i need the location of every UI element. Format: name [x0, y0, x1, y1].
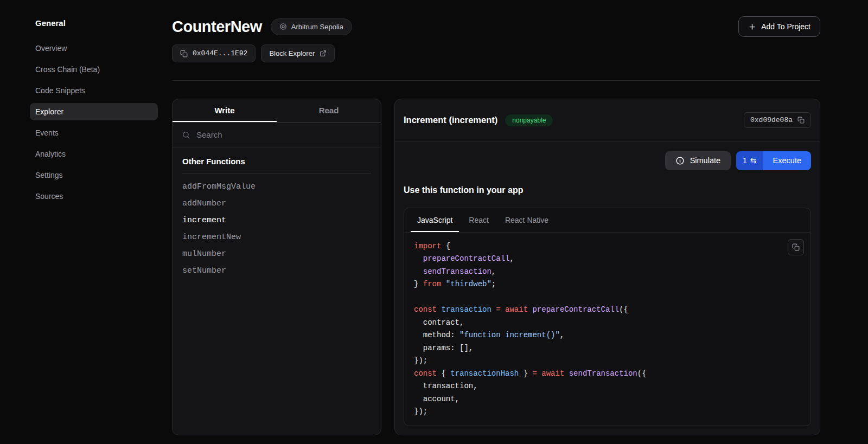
sidebar-nav: OverviewCross Chain (Beta)Code SnippetsE… — [0, 40, 158, 205]
code-line: import { — [414, 240, 801, 253]
function-item-setnumber[interactable]: setNumber — [182, 262, 371, 279]
function-item-increment[interactable]: increment — [182, 212, 371, 229]
tab-write[interactable]: Write — [173, 99, 277, 122]
code-tab-javascript[interactable]: JavaScript — [411, 208, 459, 232]
function-section-title: Other Functions — [182, 157, 371, 173]
code-line: const { transactionHash } = await sendTr… — [414, 368, 801, 381]
function-tabs: WriteRead — [173, 99, 381, 123]
function-item-addnumber[interactable]: addNumber — [182, 195, 371, 212]
function-list-wrap: Other Functions addFromMsgValueaddNumber… — [173, 147, 381, 288]
title-group: CounterNew Arbitrum Sepolia — [172, 18, 352, 36]
simulate-label: Simulate — [690, 156, 720, 165]
header-row: CounterNew Arbitrum Sepolia Add To Proje… — [172, 16, 820, 37]
code-line: account, — [414, 393, 801, 406]
panels-row: WriteRead Other Functions addFromMsgValu… — [172, 99, 820, 435]
sidebar-item-cross-chain-beta[interactable]: Cross Chain (Beta) — [30, 61, 158, 78]
code-line: method: "function increment()", — [414, 329, 801, 342]
sidebar-item-explorer[interactable]: Explorer — [30, 103, 158, 120]
external-link-icon — [320, 50, 327, 57]
address-row: 0x044E...1E92 Block Explorer — [172, 44, 820, 62]
tab-read[interactable]: Read — [277, 99, 381, 122]
function-item-addfrommsgvalue[interactable]: addFromMsgValue — [182, 178, 371, 195]
sidebar-heading: General — [35, 18, 158, 28]
simulate-button[interactable]: Simulate — [665, 151, 731, 170]
block-explorer-label: Block Explorer — [269, 49, 315, 57]
function-list: addFromMsgValueaddNumberincrementincreme… — [182, 178, 371, 279]
block-explorer-button[interactable]: Block Explorer — [261, 44, 335, 62]
function-detail-panel: Increment (increment) nonpayable 0xd09de… — [394, 99, 820, 435]
code-line: sendTransaction, — [414, 266, 801, 279]
function-item-mulnumber[interactable]: mulNumber — [182, 246, 371, 262]
sidebar-item-sources[interactable]: Sources — [30, 188, 158, 205]
code-card: JavaScriptReactReact Native import { pre… — [404, 208, 811, 426]
controls-row: Simulate 1 ⇆ Execute — [395, 141, 820, 170]
code-tab-react-native[interactable]: React Native — [499, 208, 555, 232]
swap-icon: ⇆ — [750, 156, 757, 165]
selector-copy-button[interactable]: 0xd09de08a — [744, 112, 811, 128]
sidebar-item-overview[interactable]: Overview — [30, 40, 158, 57]
plus-icon — [748, 23, 756, 31]
copy-icon — [797, 117, 805, 124]
sidebar-item-events[interactable]: Events — [30, 124, 158, 141]
execute-split-button: 1 ⇆ Execute — [736, 151, 811, 170]
search-input[interactable] — [196, 130, 372, 139]
mutability-badge: nonpayable — [505, 114, 553, 126]
contract-address: 0x044E...1E92 — [193, 49, 247, 57]
usage-heading: Use this function in your app — [404, 185, 811, 195]
copy-icon — [180, 50, 188, 57]
execute-count: 1 — [743, 156, 747, 165]
code-tab-react[interactable]: React — [462, 208, 495, 232]
network-badge-label: Arbitrum Sepolia — [291, 23, 343, 31]
sidebar-item-code-snippets[interactable]: Code Snippets — [30, 82, 158, 99]
main-content: CounterNew Arbitrum Sepolia Add To Proje… — [158, 0, 868, 444]
execute-count-button[interactable]: 1 ⇆ — [736, 151, 763, 170]
code-line: } from "thirdweb"; — [414, 278, 801, 291]
code-line — [414, 291, 801, 304]
code-tabs: JavaScriptReactReact Native — [404, 208, 810, 233]
function-title: Increment (increment) — [404, 115, 497, 125]
functions-panel: WriteRead Other Functions addFromMsgValu… — [172, 99, 381, 435]
code-copy-button[interactable] — [788, 239, 804, 255]
execute-button[interactable]: Execute — [763, 151, 811, 170]
code-line: params: [], — [414, 342, 801, 355]
code-line: const transaction = await prepareContrac… — [414, 304, 801, 317]
code-line: }); — [414, 406, 801, 419]
sidebar-item-analytics[interactable]: Analytics — [30, 145, 158, 163]
code-line: contract, — [414, 317, 801, 330]
search-row — [173, 123, 381, 147]
code-block: import { prepareContractCall, sendTransa… — [414, 240, 801, 419]
sidebar-item-settings[interactable]: Settings — [30, 166, 158, 184]
function-item-incrementnew[interactable]: incrementNew — [182, 229, 371, 246]
code-line: prepareContractCall, — [414, 253, 801, 266]
add-to-project-label: Add To Project — [761, 22, 810, 31]
network-icon — [279, 23, 287, 30]
page-divider — [172, 80, 820, 81]
code-line: transaction, — [414, 380, 801, 393]
add-to-project-button[interactable]: Add To Project — [738, 16, 820, 37]
page-title: CounterNew — [172, 18, 262, 36]
sidebar: General OverviewCross Chain (Beta)Code S… — [0, 0, 158, 444]
code-line: }); — [414, 355, 801, 368]
detail-header: Increment (increment) nonpayable 0xd09de… — [395, 99, 820, 141]
contract-address-button[interactable]: 0x044E...1E92 — [172, 44, 256, 62]
function-selector: 0xd09de08a — [750, 116, 793, 124]
code-area: import { prepareContractCall, sendTransa… — [404, 233, 810, 426]
info-icon — [675, 156, 685, 165]
search-icon — [182, 131, 190, 139]
network-badge[interactable]: Arbitrum Sepolia — [271, 18, 352, 35]
execute-label: Execute — [773, 156, 801, 165]
